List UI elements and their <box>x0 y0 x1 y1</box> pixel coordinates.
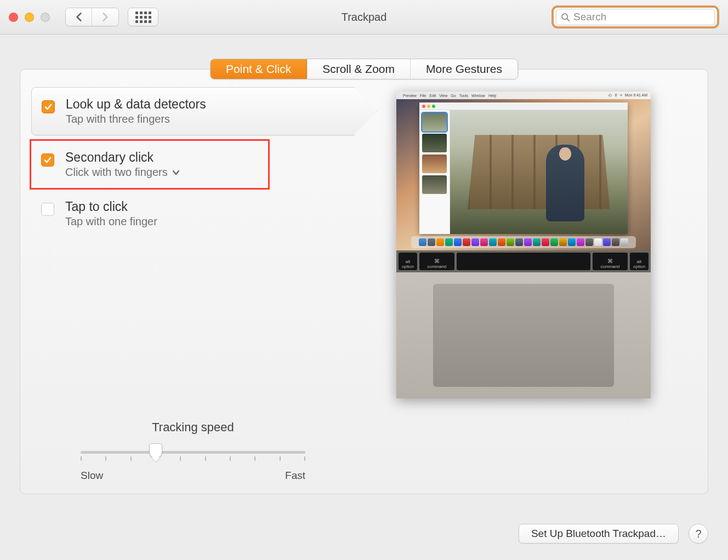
preview-dock <box>411 236 636 248</box>
tab-scroll-zoom[interactable]: Scroll & Zoom <box>307 59 411 79</box>
zoom-window-button[interactable] <box>41 13 50 22</box>
content: Point & Click Scroll & Zoom More Gesture… <box>0 35 728 560</box>
tabs-segmented-control: Point & Click Scroll & Zoom More Gesture… <box>210 59 518 79</box>
option-secondary-title: Secondary click <box>65 150 180 165</box>
option-tap-sub: Tap with one finger <box>65 215 157 228</box>
preview-menu-item: Go <box>451 94 456 98</box>
preview-menu-item: View <box>439 94 447 98</box>
search-highlight-ring <box>551 5 719 28</box>
preview-palmrest <box>396 272 651 398</box>
preview-thumbnails <box>419 110 450 234</box>
preview-menu-item: Edit <box>429 94 436 98</box>
svg-point-0 <box>562 14 567 19</box>
preview-menu-item: Help <box>488 94 496 98</box>
preview-app-window <box>419 102 628 234</box>
toolbar: Trackpad <box>0 0 728 35</box>
preview-app-titlebar <box>419 102 628 110</box>
grid-icon <box>135 12 151 23</box>
preview-menubar: Preview File Edit View Go Tools Window H… <box>396 92 651 99</box>
slider-thumb[interactable] <box>149 443 162 459</box>
preview-column: Preview File Edit View Go Tools Window H… <box>355 87 692 482</box>
nav-segment <box>65 8 119 26</box>
tracking-speed-label: Tracking speed <box>81 420 305 435</box>
preview-photo <box>450 110 628 234</box>
option-lookup[interactable]: Look up & data detectors Tap with three … <box>31 87 355 135</box>
svg-line-1 <box>567 19 569 21</box>
options-column: Look up & data detectors Tap with three … <box>31 87 355 482</box>
help-button[interactable]: ? <box>689 524 708 544</box>
slider-track <box>81 451 305 454</box>
checkmark-icon <box>43 156 52 164</box>
preview-photo-area <box>450 110 628 234</box>
option-secondary-sub: Click with two fingers <box>65 166 168 179</box>
back-button[interactable] <box>66 8 92 26</box>
preview-app-name: Preview <box>403 94 417 98</box>
settings-panel: Look up & data detectors Tap with three … <box>20 69 708 494</box>
option-lookup-title: Look up & data detectors <box>66 97 206 112</box>
search-field[interactable] <box>556 9 715 25</box>
slider-max-label: Fast <box>285 470 305 482</box>
search-icon <box>561 13 570 22</box>
show-all-button[interactable] <box>128 8 158 26</box>
option-tap-title: Tap to click <box>65 199 157 214</box>
preview-keyboard-row: altoption ⌘command ⌘command altoption <box>396 250 651 272</box>
setup-bluetooth-trackpad-button[interactable]: Set Up Bluetooth Trackpad… <box>519 524 679 544</box>
slider-min-label: Slow <box>81 470 103 482</box>
gesture-preview: Preview File Edit View Go Tools Window H… <box>396 92 651 398</box>
tab-point-click[interactable]: Point & Click <box>211 59 307 79</box>
preview-menubar-right: ◴⚲≡ Mon 9:41 AM <box>608 93 647 98</box>
preview-clock: Mon 9:41 AM <box>625 93 647 98</box>
tracking-speed-block: Tracking speed Slow Fast <box>31 420 355 482</box>
preview-screen: Preview File Edit View Go Tools Window H… <box>396 92 651 250</box>
option-lookup-sub: Tap with three fingers <box>66 113 206 125</box>
checkbox-lookup[interactable] <box>42 100 55 113</box>
traffic-lights <box>9 13 50 22</box>
checkbox-secondary-click[interactable] <box>41 153 54 167</box>
tab-more-gestures[interactable]: More Gestures <box>411 59 517 79</box>
forward-button[interactable] <box>92 8 118 26</box>
bottom-buttons: Set Up Bluetooth Trackpad… ? <box>519 524 708 544</box>
option-secondary-subtitle-dropdown[interactable]: Click with two fingers <box>65 166 180 179</box>
chevron-right-icon <box>101 12 109 22</box>
chevron-left-icon <box>75 12 83 22</box>
preview-menu-item: Tools <box>459 94 468 98</box>
minimize-window-button[interactable] <box>25 13 34 22</box>
checkbox-tap-to-click[interactable] <box>41 203 54 216</box>
search-input[interactable] <box>573 11 710 23</box>
tracking-speed-slider[interactable] <box>81 444 305 460</box>
chevron-down-icon <box>172 170 180 175</box>
close-window-button[interactable] <box>9 13 18 22</box>
checkmark-icon <box>44 102 53 111</box>
slider-ticks <box>81 456 305 461</box>
preview-trackpad <box>433 284 614 387</box>
option-tap-to-click[interactable]: Tap to click Tap with one finger <box>31 190 355 237</box>
option-secondary-click[interactable]: Secondary click Click with two fingers <box>31 141 268 188</box>
preview-menu-item: Window <box>471 94 485 98</box>
preview-menu-item: File <box>420 94 426 98</box>
